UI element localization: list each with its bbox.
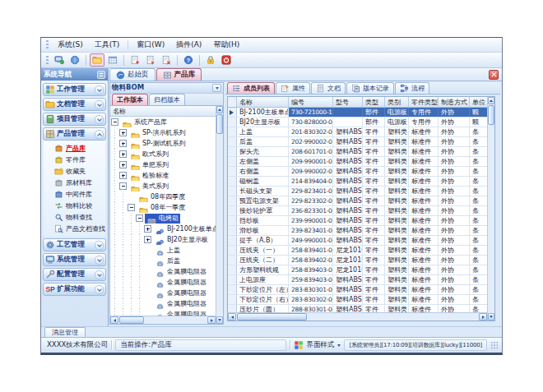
chevron-down-icon[interactable] — [95, 100, 104, 109]
table-cell[interactable]: 283-830302-00E — [289, 295, 333, 304]
table-cell[interactable]: 条 — [470, 187, 487, 196]
tree-item[interactable]: BJ-2100主板单点 — [110, 224, 216, 234]
table-cell[interactable]: 塑料ABS — [333, 196, 363, 205]
chevron-down-icon[interactable] — [95, 285, 104, 294]
table-cell[interactable]: 239-990001-01E — [289, 216, 333, 225]
table-cell[interactable]: 零件 — [363, 127, 385, 136]
table-cell[interactable]: 条 — [470, 196, 487, 205]
tree-item[interactable]: 金属膜电阻器 — [110, 266, 216, 277]
expand-icon[interactable] — [144, 236, 151, 243]
scroll-track[interactable] — [216, 135, 223, 316]
table-cell[interactable]: 塑料ABS — [333, 236, 363, 245]
table-cell[interactable]: 条 — [470, 177, 487, 186]
table-button[interactable] — [105, 53, 120, 67]
table-cell[interactable]: 外协 — [439, 196, 470, 205]
table-cell[interactable]: 标准件 — [409, 285, 439, 294]
menubar-drag-grip[interactable] — [46, 40, 49, 49]
table-row[interactable]: 左侧盖209-990001-01E塑料ABS零件塑料类标准件外协条 — [228, 157, 487, 167]
column-header[interactable]: 单位 — [470, 97, 487, 107]
table-row[interactable]: 挡纱板239-990001-01E塑料ABS零件塑料类标准件外协条 — [228, 216, 487, 226]
table-row[interactable]: 上电源座259-839403-00E塑料ABS零件塑料类标准件外协条 — [228, 275, 487, 285]
table-cell[interactable]: 零件 — [363, 295, 385, 304]
table-cell[interactable]: 塑料类 — [385, 246, 409, 255]
scroll-track[interactable] — [308, 313, 479, 321]
table-cell[interactable]: 229-823302-00E — [289, 196, 333, 205]
table-cell[interactable]: 条 — [470, 127, 487, 136]
table-cell[interactable]: 条 — [470, 137, 487, 146]
table-cell[interactable]: 右侧盖 — [237, 167, 289, 176]
table-row[interactable]: 右侧盖209-990002-01E塑料ABS零件塑料类标准件外协条 — [228, 167, 487, 177]
table-cell[interactable]: 外协 — [439, 167, 470, 176]
table-cell[interactable]: 201-830302-00E — [289, 127, 333, 136]
table-cell[interactable]: 颗 — [470, 118, 487, 127]
table-cell[interactable]: 外协 — [439, 118, 470, 127]
tree-vertical-scrollbar[interactable] — [216, 106, 223, 324]
table-cell[interactable]: 塑料类 — [385, 157, 409, 166]
table-cell[interactable]: 外协 — [439, 177, 470, 186]
table-cell[interactable]: 塑料类 — [385, 196, 409, 205]
sidebar-item[interactable]: 中间件库 — [54, 188, 105, 200]
scroll-thumb[interactable] — [216, 114, 223, 134]
sidebar-item[interactable]: 物料比较 — [54, 200, 105, 211]
table-cell[interactable]: 零件 — [363, 275, 385, 284]
table-cell[interactable]: 塑料类 — [385, 167, 409, 176]
table-cell[interactable]: 标准件 — [409, 265, 439, 274]
table-cell[interactable]: 条 — [470, 206, 487, 215]
table-cell[interactable]: 208-601701-01E — [289, 147, 333, 156]
table-cell[interactable]: 标准件 — [409, 187, 439, 196]
table-cell[interactable]: 259-839403-00E — [289, 275, 333, 284]
table-cell[interactable]: 塑料类 — [385, 137, 409, 146]
table-cell[interactable]: 零件 — [363, 305, 385, 312]
table-cell[interactable]: 730-828000-04E — [289, 118, 333, 127]
sidebar-section-0[interactable]: 工作管理 — [43, 83, 106, 96]
tree-item[interactable]: 电烤箱 — [110, 213, 216, 224]
table-row[interactable]: 压纱片（圆）288-830301-00E塑料ABS零件塑料类标准件外协条 — [228, 305, 487, 312]
table-cell[interactable]: 塑料ABS — [333, 127, 363, 136]
table-cell[interactable]: 条 — [470, 265, 487, 274]
scroll-up-button[interactable] — [216, 106, 223, 113]
chevron-down-icon[interactable] — [95, 115, 104, 124]
folder-button[interactable] — [90, 53, 104, 67]
sidebar-section-5[interactable]: 系统管理 — [43, 253, 106, 266]
table-cell[interactable]: 236-823301-00E — [289, 206, 333, 215]
table-cell[interactable]: 长磁头支架 — [237, 187, 289, 196]
table-cell[interactable]: 条 — [470, 256, 487, 265]
table-cell[interactable]: 零件 — [363, 236, 385, 245]
table-cell[interactable]: 条 — [470, 285, 487, 294]
close-document-button[interactable] — [489, 70, 499, 80]
table-row[interactable]: 后盖202-990002-01E塑料ABS零件塑料类标准件外协条 — [228, 137, 487, 147]
table-cell[interactable]: 标准件 — [409, 147, 439, 156]
table-cell[interactable]: 730-721000-12E — [289, 108, 333, 117]
tree-item[interactable]: 美式系列 — [110, 181, 216, 191]
table-row[interactable]: 滑纱板239-823401-00E塑料ABS零件塑料类标准件外协条 — [228, 226, 487, 236]
chevron-down-icon[interactable] — [95, 270, 104, 279]
table-cell[interactable]: 标准件 — [409, 196, 439, 205]
table-cell[interactable]: 接纱轮护罩 — [237, 206, 289, 215]
report-del-button[interactable] — [159, 53, 174, 67]
ui-style-dropdown[interactable]: 界面样式 — [294, 340, 341, 350]
table-cell[interactable]: 塑料类 — [385, 206, 409, 215]
table-cell[interactable]: 部件 — [363, 108, 385, 117]
table-cell[interactable]: BJ20主显示板 — [237, 118, 289, 127]
table-cell[interactable]: 外协 — [439, 275, 470, 284]
sidebar-section-2[interactable]: 项目管理 — [43, 113, 106, 126]
table-cell[interactable]: 塑料类 — [385, 187, 409, 196]
table-row[interactable]: 压线夹（二）258-839402-00E尼龙1010零件塑料类标准件外协条 — [228, 256, 487, 265]
menu-item[interactable]: 帮助(H) — [207, 38, 245, 52]
table-cell[interactable]: 塑料ABS — [333, 147, 363, 156]
tree-horizontal-scrollbar[interactable] — [110, 316, 216, 324]
scroll-down-button[interactable] — [216, 316, 223, 324]
tree-item[interactable]: 检验标准 — [110, 170, 216, 181]
table-row[interactable]: 接纱轮护罩236-823301-00E塑料ABS零件塑料类标准件外协条 — [228, 206, 487, 216]
table-cell[interactable]: 外协 — [439, 206, 470, 215]
column-header[interactable]: 型号 — [333, 97, 363, 107]
table-cell[interactable]: 零件 — [363, 167, 385, 176]
table-cell[interactable]: 条 — [470, 236, 487, 245]
table-cell[interactable]: 电源板 — [385, 118, 409, 127]
bom-version-tab[interactable]: 工作版本 — [112, 94, 148, 105]
table-cell[interactable]: 零件 — [363, 226, 385, 235]
menu-item[interactable]: 插件(A) — [170, 38, 207, 52]
table-cell[interactable]: 条 — [470, 305, 487, 312]
chevron-down-icon[interactable] — [95, 256, 104, 265]
table-cell[interactable]: 塑料ABS — [333, 295, 363, 304]
